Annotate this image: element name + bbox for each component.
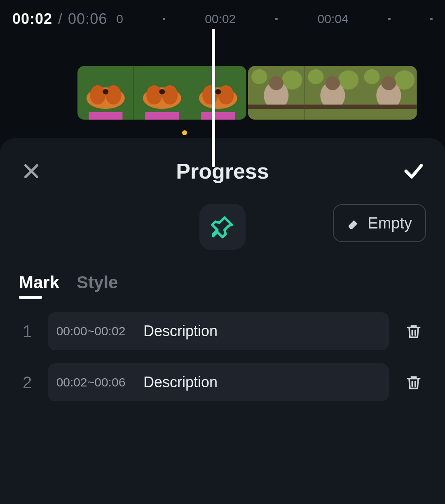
time-separator: / bbox=[57, 10, 63, 28]
ruler-tick bbox=[163, 18, 165, 20]
mark-index: 2 bbox=[19, 373, 35, 392]
mark-row: 2 00:02~00:06 Description bbox=[19, 363, 426, 401]
delete-mark-button[interactable] bbox=[401, 319, 426, 344]
ruler-label-0: 0 bbox=[116, 12, 123, 26]
ruler-label-1: 00:02 bbox=[205, 12, 236, 26]
mark-card[interactable]: 00:02~00:06 Description bbox=[48, 363, 389, 401]
mark-description[interactable]: Description bbox=[134, 323, 218, 340]
trash-icon bbox=[405, 373, 423, 391]
clip-1-thumb bbox=[190, 66, 246, 120]
svg-rect-35 bbox=[361, 105, 417, 109]
mark-indicator bbox=[182, 130, 187, 135]
ruler-label-2: 00:04 bbox=[318, 12, 349, 26]
svg-point-8 bbox=[146, 85, 162, 105]
confirm-button[interactable] bbox=[401, 159, 426, 184]
svg-rect-5 bbox=[89, 112, 122, 120]
mark-index: 1 bbox=[19, 322, 35, 341]
tab-bar: Mark Style bbox=[19, 273, 426, 297]
clip-2-thumb bbox=[361, 66, 417, 120]
svg-point-9 bbox=[162, 85, 178, 105]
empty-label: Empty bbox=[368, 214, 412, 232]
time-ruler: 00:02 / 00:06 0 00:02 00:04 bbox=[0, 0, 445, 29]
svg-point-19 bbox=[251, 69, 267, 84]
svg-point-34 bbox=[382, 76, 396, 90]
mark-time-range: 00:00~00:02 bbox=[48, 319, 134, 344]
mark-row: 1 00:00~00:02 Description bbox=[19, 312, 426, 350]
pin-icon bbox=[210, 214, 235, 239]
clip-1[interactable] bbox=[77, 66, 246, 120]
svg-point-16 bbox=[215, 89, 221, 94]
progress-panel: Progress Empty Mark Style 1 00:00~00:02 … bbox=[0, 138, 445, 504]
svg-rect-17 bbox=[201, 112, 235, 120]
svg-point-25 bbox=[308, 69, 323, 84]
svg-point-10 bbox=[159, 89, 165, 94]
close-icon bbox=[21, 161, 41, 181]
empty-button[interactable]: Empty bbox=[333, 204, 426, 242]
ruler-tick bbox=[430, 18, 433, 20]
trash-icon bbox=[405, 322, 423, 340]
pin-button[interactable] bbox=[199, 204, 246, 250]
ruler-tick bbox=[388, 18, 391, 20]
timeline-strip[interactable] bbox=[0, 29, 445, 138]
svg-point-22 bbox=[269, 76, 284, 90]
svg-point-3 bbox=[105, 85, 121, 105]
eraser-icon bbox=[347, 216, 361, 230]
svg-point-15 bbox=[218, 85, 234, 105]
ruler-scale[interactable]: 0 00:02 00:04 bbox=[112, 11, 433, 27]
svg-rect-29 bbox=[304, 105, 361, 109]
mark-description[interactable]: Description bbox=[134, 374, 218, 391]
svg-rect-11 bbox=[145, 112, 179, 120]
mark-time-range: 00:02~00:06 bbox=[48, 370, 134, 395]
tab-mark[interactable]: Mark bbox=[19, 273, 59, 297]
ruler-tick bbox=[275, 18, 278, 20]
check-icon bbox=[402, 160, 425, 183]
svg-point-28 bbox=[325, 76, 340, 90]
clip-1-thumb bbox=[134, 66, 190, 120]
clip-2-thumb bbox=[304, 66, 361, 120]
svg-point-14 bbox=[202, 85, 218, 105]
mark-card[interactable]: 00:00~00:02 Description bbox=[48, 312, 389, 350]
svg-point-2 bbox=[90, 85, 105, 105]
svg-rect-23 bbox=[248, 105, 304, 109]
time-total: 00:06 bbox=[68, 10, 107, 28]
delete-mark-button[interactable] bbox=[401, 370, 426, 395]
clip-2[interactable] bbox=[248, 66, 417, 120]
svg-point-31 bbox=[364, 69, 380, 84]
close-button[interactable] bbox=[19, 159, 44, 184]
time-current: 00:02 bbox=[12, 10, 52, 28]
clip-2-thumb bbox=[248, 66, 304, 120]
mark-list: 1 00:00~00:02 Description 2 00:02~00:06 … bbox=[19, 312, 426, 401]
tab-style[interactable]: Style bbox=[77, 273, 118, 297]
panel-title: Progress bbox=[176, 159, 269, 184]
clip-1-thumb bbox=[77, 66, 134, 120]
svg-point-4 bbox=[103, 89, 109, 94]
playhead[interactable] bbox=[212, 29, 215, 167]
